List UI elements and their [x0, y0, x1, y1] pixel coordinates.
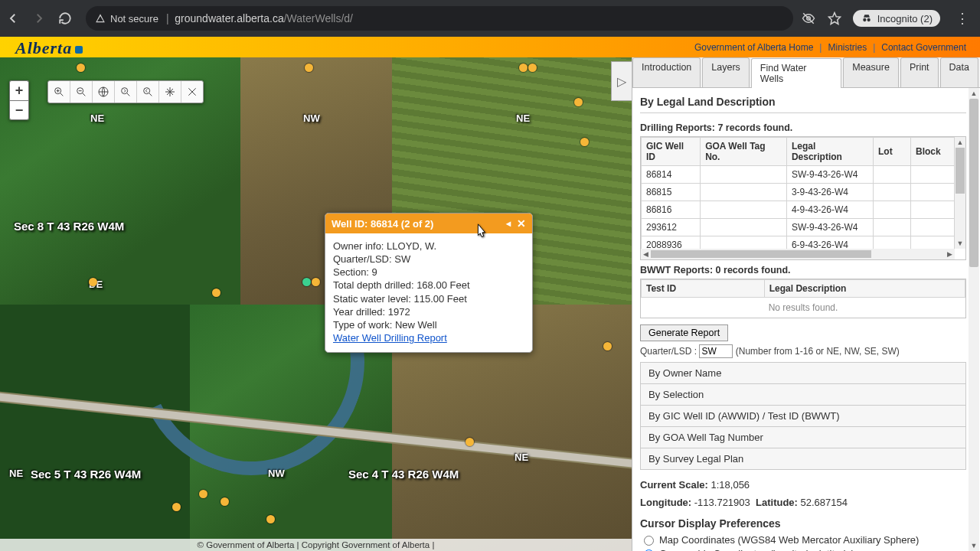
tab-layers[interactable]: Layers — [702, 57, 750, 87]
accordion-goa-tag[interactable]: By GOA Well Tag Number — [640, 426, 966, 448]
tab-introduction[interactable]: Introduction — [632, 57, 701, 87]
no-results-text: No results found. — [641, 298, 965, 318]
qlsd-input[interactable] — [699, 344, 733, 358]
qlsd-row: Quarter/LSD : (Number from 1-16 or NE, N… — [640, 344, 966, 358]
current-scale: Current Scale: 1:18,056 — [640, 476, 966, 494]
well-marker-selected[interactable] — [302, 278, 311, 286]
col-legal[interactable]: Legal Description — [786, 138, 873, 166]
browser-menu-button[interactable]: ⋮ — [951, 10, 974, 27]
url-text: groundwater.alberta.ca/WaterWells/d/ — [175, 12, 353, 24]
svg-point-7 — [122, 88, 128, 94]
by-legal-header: By Legal Land Description — [640, 93, 966, 112]
popup-title: Well ID: 86814 (2 of 2) — [332, 218, 506, 230]
well-marker[interactable] — [528, 64, 537, 72]
svg-marker-1 — [828, 13, 840, 24]
table-h-scrollbar[interactable]: ◀▶ — [641, 249, 955, 259]
cursor-prefs-title: Cursor Display Preferences — [640, 511, 966, 533]
well-marker[interactable] — [199, 490, 207, 498]
zoom-rect-out-icon[interactable] — [70, 81, 93, 103]
alberta-logo: Alberta — [15, 38, 83, 58]
well-marker[interactable] — [212, 289, 220, 297]
zoom-control: + − — [9, 80, 29, 120]
panel-v-scrollbar[interactable]: ▲ ▼ — [969, 88, 979, 551]
reload-button[interactable] — [57, 10, 74, 27]
radio-map-coords[interactable]: Map Coordinates (WGS84 Web Mercator Auxi… — [640, 533, 966, 546]
zoom-out-button[interactable]: − — [9, 100, 29, 120]
incognito-badge[interactable]: Incognito (2) — [853, 10, 940, 27]
well-marker[interactable] — [312, 278, 320, 286]
drilling-report-link[interactable]: Water Well Drilling Report — [333, 332, 447, 344]
popup-type: New Well — [395, 319, 437, 331]
tab-print[interactable]: Print — [900, 57, 939, 87]
well-marker[interactable] — [603, 342, 612, 350]
popup-prev-icon[interactable]: ◂ — [506, 218, 511, 229]
map-corner-label: NW — [268, 468, 285, 479]
prev-extent-icon[interactable] — [115, 81, 137, 103]
radio-geo-coords[interactable]: Geographic Coordinates (longitude, latit… — [640, 546, 966, 551]
browser-chrome: Not secure | groundwater.alberta.ca/Wate… — [0, 0, 980, 37]
col-block[interactable]: Block — [911, 138, 955, 166]
tab-data[interactable]: Data — [940, 57, 978, 87]
panel-tabs: Introduction Layers Find Water Wells Mea… — [632, 57, 980, 88]
bwwt-reports-header: BWWT Reports: 0 records found. — [640, 260, 966, 279]
zoom-in-button[interactable]: + — [9, 80, 29, 100]
table-row[interactable]: 868164-9-43-26-W4 — [642, 201, 955, 219]
popup-close-icon[interactable]: ✕ — [517, 217, 526, 230]
well-marker[interactable] — [305, 64, 313, 72]
popup-section: 9 — [372, 266, 377, 278]
col-legal2[interactable]: Legal Description — [764, 280, 965, 298]
collapse-panel-button[interactable]: ▷ — [611, 61, 632, 101]
table-row[interactable]: 868153-9-43-26-W4 — [642, 184, 955, 201]
popup-qlsd: SW — [394, 253, 410, 265]
well-marker[interactable] — [580, 138, 589, 146]
popup-year: 1972 — [388, 306, 410, 318]
accordion-owner-name[interactable]: By Owner Name — [640, 362, 966, 384]
map-canvas[interactable]: Sec 8 T 43 R26 W4M Sec 5 T 43 R26 W4M Se… — [0, 57, 632, 551]
site-banner: Alberta Government of Alberta Home| Mini… — [0, 37, 980, 57]
clear-icon[interactable] — [181, 81, 203, 103]
table-v-scrollbar[interactable]: ▲▼ — [955, 137, 965, 249]
well-marker[interactable] — [77, 64, 85, 72]
well-marker[interactable] — [574, 98, 583, 106]
tab-find-water-wells[interactable]: Find Water Wells — [751, 58, 841, 88]
table-row[interactable]: 293612SW-9-43-26-W4 — [642, 219, 955, 236]
accordion-gic-id[interactable]: By GIC Well ID (AWWID) / Test ID (BWWT) — [640, 405, 966, 427]
map-corner-label: NE — [90, 112, 104, 124]
pan-icon[interactable] — [159, 81, 181, 103]
accordion-selection[interactable]: By Selection — [640, 383, 966, 406]
accordion-survey-plan[interactable]: By Survey Legal Plan — [640, 448, 966, 470]
svg-point-8 — [144, 88, 150, 94]
not-secure-badge: Not secure — [95, 13, 158, 24]
generate-report-button[interactable]: Generate Report — [640, 324, 728, 341]
map-corner-label: NE — [9, 468, 23, 479]
eye-off-icon[interactable] — [801, 11, 816, 26]
well-marker[interactable] — [220, 497, 229, 506]
back-button[interactable] — [5, 10, 21, 27]
banner-link[interactable]: Government of Alberta Home — [694, 42, 813, 53]
table-row[interactable]: 86814SW-9-43-26-W4 — [642, 166, 955, 184]
map-section-label: Sec 5 T 43 R26 W4M — [31, 468, 141, 481]
star-icon[interactable] — [827, 11, 842, 26]
col-gic[interactable]: GIC Well ID — [642, 138, 701, 166]
map-toolbar — [47, 80, 204, 103]
col-goa[interactable]: GOA Well Tag No. — [701, 138, 787, 166]
well-marker[interactable] — [172, 503, 181, 511]
next-extent-icon[interactable] — [137, 81, 159, 103]
popup-swl: 115.00 Feet — [414, 293, 467, 305]
col-lot[interactable]: Lot — [874, 138, 911, 166]
well-marker[interactable] — [519, 64, 528, 72]
map-copyright: © Government of Alberta | Copyright Gove… — [0, 539, 632, 551]
col-test-id[interactable]: Test ID — [642, 280, 765, 298]
banner-link[interactable]: Ministries — [828, 42, 867, 53]
url-bar[interactable]: Not secure | groundwater.alberta.ca/Wate… — [86, 6, 793, 31]
well-marker[interactable] — [466, 438, 474, 446]
forward-button[interactable] — [31, 10, 47, 27]
map-corner-label: NE — [516, 112, 530, 124]
zoom-rect-in-icon[interactable] — [48, 81, 70, 103]
tab-measure[interactable]: Measure — [843, 57, 899, 87]
drilling-reports-table: GIC Well ID GOA Well Tag No. Legal Descr… — [641, 137, 955, 254]
banner-link[interactable]: Contact Government — [881, 42, 966, 53]
well-marker[interactable] — [89, 278, 97, 286]
well-marker[interactable] — [266, 515, 275, 523]
full-extent-icon[interactable] — [93, 81, 115, 103]
